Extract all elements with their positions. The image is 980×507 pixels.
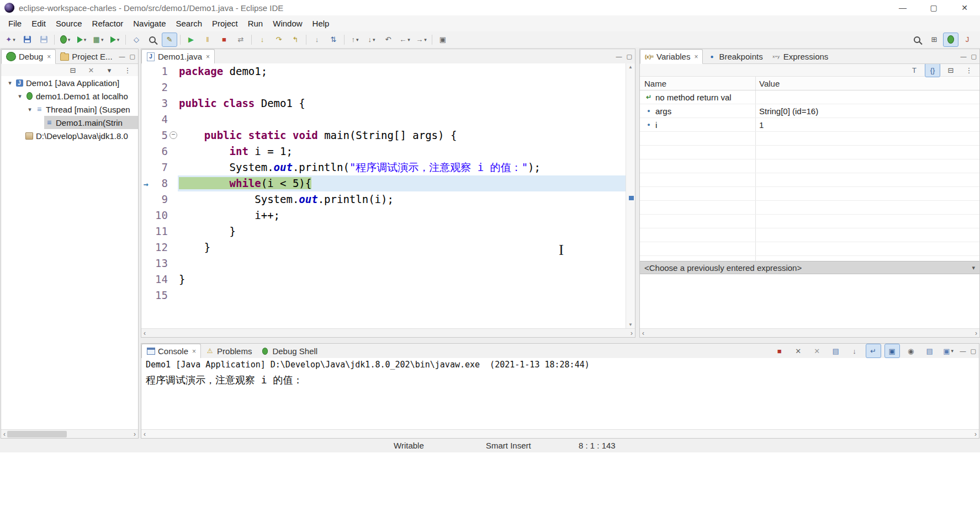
code-line[interactable]: 6 int i = 1; [141,143,626,159]
expression-combo[interactable]: <Choose a previously entered expression>… [640,261,979,274]
dropdown-arrow-icon[interactable]: ▾ [101,37,104,42]
code-text[interactable] [178,287,626,303]
code-text[interactable]: i++; [178,207,626,223]
code-text[interactable]: } [178,271,626,287]
show-console-on-output-button[interactable]: ▣ [884,344,900,358]
remove-launch-button[interactable]: ✕ [791,344,806,358]
folding-ruler[interactable] [169,175,178,191]
folding-ruler[interactable] [169,159,178,175]
close-icon[interactable]: × [694,53,698,61]
annotation-ruler[interactable] [141,143,150,159]
tab-breakpoints[interactable]: Breakpoints [703,49,767,63]
dropdown-arrow-icon[interactable]: ▾ [84,37,87,42]
expand-arrow-icon[interactable]: ▾ [15,93,24,100]
pin-editor-button[interactable]: ▣ [435,33,451,47]
code-line[interactable]: 4 [141,111,626,127]
tab-debug[interactable]: Debug × [1,49,56,64]
scroll-up-icon[interactable]: ▲ [626,65,635,70]
show-type-names-button[interactable]: T [907,63,922,77]
code-text[interactable]: public static void main(String[] args) { [178,127,626,143]
code-line[interactable]: 10 i++; [141,207,626,223]
annotation-ruler[interactable]: → [141,175,150,191]
save-all-button[interactable] [36,33,51,47]
folding-ruler[interactable] [169,63,178,79]
drop-to-frame-button[interactable]: ↓ [309,33,325,47]
folding-ruler[interactable] [169,255,178,271]
editor-hscrollbar[interactable]: ‹ › [141,328,635,337]
variable-row[interactable]: no method return val [640,90,979,104]
search-flashlight-button[interactable] [145,33,161,47]
code-line[interactable]: 15 [141,287,626,303]
annotation-ruler[interactable] [141,207,150,223]
scroll-left-icon[interactable]: ‹ [3,430,6,438]
run-button[interactable]: ▾ [74,33,89,47]
scroll-right-icon[interactable]: › [975,329,977,337]
empty-grid-row[interactable] [640,201,979,215]
search-button[interactable] [910,33,925,47]
collapse-icon[interactable]: − [169,131,177,139]
code-text[interactable]: package demo1; [178,63,626,79]
step-return-button[interactable]: ↰ [288,33,303,47]
scroll-left-icon[interactable]: ‹ [642,329,644,337]
minimize-view-icon[interactable]: — [960,348,966,354]
coverage-button[interactable]: ▦▾ [91,33,106,47]
back-button[interactable]: ←▾ [397,33,412,47]
tree-item[interactable]: D:\Develop\Java\jdk1.8.0 [1,129,138,142]
close-icon[interactable]: × [206,53,210,61]
folding-ruler[interactable] [169,191,178,207]
tab-demo1-java[interactable]: Demo1.java × [141,49,215,64]
scroll-left-icon[interactable]: ‹ [144,329,146,337]
window-maximize-button[interactable]: ▢ [918,0,949,15]
column-header-name[interactable]: Name [640,77,756,90]
code-text[interactable]: public class Demo1 { [178,95,626,111]
tree-item[interactable]: ▾Thread [main] (Suspen [1,103,138,116]
variables-hscrollbar[interactable]: ‹ › [640,328,979,337]
terminate-button[interactable]: ■ [772,344,787,358]
scroll-right-icon[interactable]: › [974,430,977,438]
menu-search[interactable]: Search [171,15,207,31]
empty-grid-row[interactable] [640,173,979,187]
scrollbar-track[interactable] [7,431,132,437]
empty-grid-row[interactable] [640,159,979,173]
code-text[interactable] [178,111,626,127]
code-line[interactable]: 1package demo1; [141,63,626,79]
scroll-down-icon[interactable]: ▼ [626,322,635,327]
menu-source[interactable]: Source [51,15,87,31]
dropdown-arrow-icon[interactable]: ▾ [356,37,359,42]
console-hscrollbar[interactable]: ‹ › [141,429,979,438]
previous-annotation-button[interactable]: ↑▾ [347,33,363,47]
remove-all-terminated-button[interactable]: ✕ [83,63,99,77]
menu-file[interactable]: File [3,15,27,31]
annotation-ruler[interactable] [141,239,150,255]
tab-variables[interactable]: Variables × [640,49,703,64]
minimize-view-icon[interactable]: — [616,53,622,60]
next-annotation-button[interactable]: ↓▾ [364,33,379,47]
dropdown-arrow-icon[interactable]: ▾ [424,37,427,42]
annotation-ruler[interactable] [141,127,150,143]
tab-console[interactable]: Console × [141,344,201,359]
open-console-button[interactable]: ▣▾ [941,344,956,358]
annotation-ruler[interactable] [141,255,150,271]
show-logical-structures-button[interactable]: {} [925,63,940,77]
use-step-filters-button[interactable]: ⇅ [326,33,341,47]
annotation-ruler[interactable] [141,79,150,95]
folding-ruler[interactable] [169,95,178,111]
column-header-value[interactable]: Value [756,77,979,90]
word-wrap-button[interactable]: ↵ [866,344,881,358]
expand-arrow-icon[interactable]: ▾ [25,106,34,113]
scrollbar-track[interactable] [147,431,973,437]
code-line[interactable]: 9 System.out.println(i); [141,191,626,207]
expand-arrow-icon[interactable]: ▾ [6,79,14,87]
annotation-ruler[interactable] [141,287,150,303]
code-line[interactable]: 12 } [141,239,626,255]
open-type-button[interactable]: ◇ [129,33,144,47]
annotation-ruler[interactable] [141,159,150,175]
annotation-ruler[interactable] [141,271,150,287]
maximize-view-icon[interactable]: ▢ [130,53,135,60]
scroll-right-icon[interactable]: › [631,329,633,337]
folding-ruler[interactable] [169,287,178,303]
collapse-all-button[interactable]: ⊟ [943,63,958,77]
maximize-view-icon[interactable]: ▢ [627,53,632,60]
mark-occurrences-button[interactable]: ✎ [162,33,177,47]
dropdown-arrow-icon[interactable]: ▾ [972,264,979,271]
